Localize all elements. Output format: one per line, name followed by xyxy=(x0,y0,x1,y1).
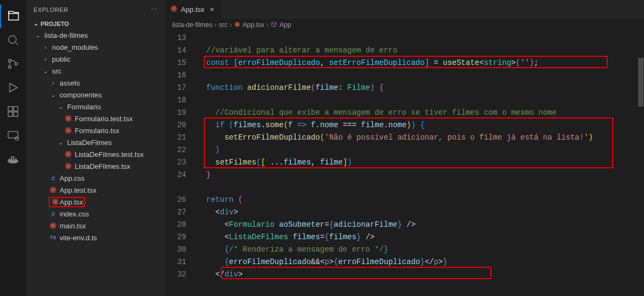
file-item[interactable]: ListaDeFilmes.test.tsx xyxy=(26,148,165,160)
scrollbar[interactable] xyxy=(638,31,644,296)
file-tree: ⌄lista-de-filmes›node_modules›public⌄src… xyxy=(26,28,165,245)
close-icon[interactable]: × xyxy=(207,5,216,14)
activity-bar xyxy=(0,0,26,296)
tab-app-tsx[interactable]: App.tsx × xyxy=(165,0,222,19)
code-line[interactable]: <ListaDeFilmes filmes={filmes} /> xyxy=(197,231,644,244)
code-line[interactable]: <Formulario aoSubmeter={adicionarFilme} … xyxy=(197,219,644,231)
svg-rect-6 xyxy=(8,112,12,116)
code-line[interactable]: //variável para alterar a mensagem de er… xyxy=(197,44,644,57)
source-control-icon[interactable] xyxy=(0,52,26,76)
code-line[interactable]: } xyxy=(197,144,644,156)
folder-item[interactable]: ⌄Formulario xyxy=(26,101,165,113)
svg-point-3 xyxy=(15,63,18,65)
line-number: 32 xyxy=(165,268,186,281)
search-icon[interactable] xyxy=(0,28,26,52)
code-line[interactable]: {/* Renderiza a mensagem de erro */} xyxy=(197,244,644,256)
breadcrumb-item[interactable]: src xyxy=(219,21,227,29)
code-line[interactable]: <div> xyxy=(197,206,644,219)
svg-point-34 xyxy=(53,225,54,226)
chevron-down-icon: ⌄ xyxy=(56,104,65,110)
breadcrumb-item[interactable]: App xyxy=(279,21,291,29)
file-item[interactable]: Formulario.tsx xyxy=(26,124,165,136)
code-line[interactable]: return ( xyxy=(197,194,644,206)
tree-item-label: node_modules xyxy=(52,43,98,51)
react-icon xyxy=(64,127,73,134)
svg-point-22 xyxy=(68,166,69,167)
tree-item-label: Formulario xyxy=(67,103,101,111)
file-item[interactable]: App.test.tsx xyxy=(26,184,165,196)
file-item[interactable]: App.tsx xyxy=(26,196,165,208)
chevron-down-icon: ⌄ xyxy=(34,20,38,27)
breadcrumb-item[interactable]: App.tsx xyxy=(243,21,264,29)
code-line[interactable]: setFilmes([ ...filmes, filme]) xyxy=(197,156,644,169)
folder-item[interactable]: ⌄src xyxy=(26,65,165,77)
line-number: 17 xyxy=(165,82,186,94)
code-line[interactable]: } xyxy=(197,169,644,181)
tree-item-label: src xyxy=(52,67,61,75)
ts-icon: TS xyxy=(49,235,57,240)
code-line[interactable] xyxy=(197,69,644,82)
chevron-down-icon: ⌄ xyxy=(41,68,50,74)
docker-icon[interactable] xyxy=(0,147,26,171)
folder-item[interactable]: ⌄componentes xyxy=(26,89,165,101)
file-item[interactable]: ListaDeFilmes.tsx xyxy=(26,160,165,172)
tree-item-label: ListaDeFilmes.test.tsx xyxy=(75,150,144,159)
code-line[interactable]: function adicionarFilme(filme: Filme) { xyxy=(197,82,644,94)
folder-item[interactable]: ⌄ListaDeFilmes xyxy=(26,136,165,148)
folder-item[interactable]: ⌄lista-de-filmes xyxy=(26,29,165,41)
line-number: 29 xyxy=(165,231,186,244)
svg-rect-4 xyxy=(8,107,12,111)
tree-item-label: lista-de-filmes xyxy=(44,31,88,40)
svg-point-38 xyxy=(173,8,174,9)
tree-item-label: public xyxy=(52,55,70,63)
breadcrumbs[interactable]: lista-de-filmes › src › App.tsx › App xyxy=(165,19,644,31)
svg-point-26 xyxy=(53,189,54,190)
svg-point-10 xyxy=(68,118,69,119)
tabs-bar: App.tsx × xyxy=(165,0,644,19)
breadcrumb-item[interactable]: lista-de-filmes xyxy=(172,21,212,29)
file-item[interactable]: #index.css xyxy=(26,208,165,220)
svg-point-18 xyxy=(68,154,69,155)
folder-item[interactable]: ›node_modules xyxy=(26,41,165,53)
code-line[interactable]: //Condicional que exibe a mensagem de er… xyxy=(197,107,644,119)
tree-item-label: vite-env.d.ts xyxy=(60,234,97,242)
code-line[interactable] xyxy=(197,32,644,44)
tree-item-label: index.css xyxy=(60,210,89,218)
line-number: 31 xyxy=(165,256,186,268)
folder-item[interactable]: ›assets xyxy=(26,77,165,89)
code-line[interactable]: const [erroFilmeDuplicado, setErroFilmeD… xyxy=(197,57,644,69)
sidebar-section[interactable]: ⌄ PROJETO xyxy=(26,19,165,28)
code-line[interactable]: setErroFilmeDuplicado('Não é possível ad… xyxy=(197,131,644,144)
react-icon xyxy=(64,115,73,122)
code-line[interactable]: {erroFilmeDuplicado&&<p>{erroFilmeDuplic… xyxy=(197,256,644,268)
chevron-right-icon: › xyxy=(49,80,57,86)
file-item[interactable]: #App.css xyxy=(26,172,165,184)
chevron-down-icon: ⌄ xyxy=(49,92,57,98)
react-icon xyxy=(64,150,73,158)
folder-item[interactable]: ›public xyxy=(26,53,165,65)
code-line[interactable] xyxy=(197,94,644,107)
line-number: 24 xyxy=(165,169,186,181)
code-content[interactable]: //variável para alterar a mensagem de er… xyxy=(197,31,644,296)
run-debug-icon[interactable] xyxy=(0,76,26,100)
chevron-right-icon: › xyxy=(266,21,269,29)
file-item[interactable]: Formulario.test.tsx xyxy=(26,113,165,124)
line-number: 27 xyxy=(165,206,186,219)
sidebar-more-icon[interactable]: ⋯ xyxy=(151,6,158,13)
line-number: 15 xyxy=(165,57,186,69)
code-line[interactable]: </div> xyxy=(197,268,644,281)
chevron-down-icon: ⌄ xyxy=(34,32,42,38)
svg-point-0 xyxy=(9,36,16,43)
remote-icon[interactable] xyxy=(0,123,26,147)
tree-item-label: ListaDeFilmes xyxy=(67,139,112,147)
code-line[interactable]: if (filmes.some(f => f.nome === filme.no… xyxy=(197,119,644,131)
file-item[interactable]: TSvite-env.d.ts xyxy=(26,232,165,244)
code-editor[interactable]: 13141516171819202122232426272829303132 /… xyxy=(165,31,644,296)
scrollbar-thumb[interactable] xyxy=(638,58,643,107)
line-number: 19 xyxy=(165,107,186,119)
extensions-icon[interactable] xyxy=(0,100,26,123)
tree-item-label: Formulario.test.tsx xyxy=(75,115,133,123)
file-item[interactable]: main.tsx xyxy=(26,220,165,232)
explorer-icon[interactable] xyxy=(0,4,26,28)
svg-point-2 xyxy=(9,66,11,69)
